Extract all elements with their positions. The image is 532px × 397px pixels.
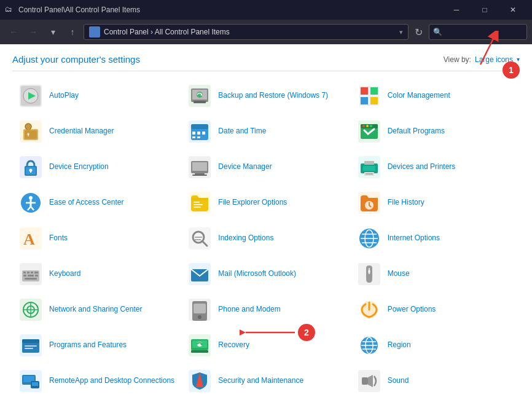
cp-item-devices-printers[interactable]: Devices and Printers [351,150,520,184]
cp-item-programs-features[interactable]: Programs and Features [12,328,181,363]
mouse-icon [357,262,381,286]
cp-item-file-history[interactable]: File History [351,186,520,220]
color-management-label: Color Management [388,91,450,101]
svg-rect-126 [362,377,368,385]
search-box[interactable]: 🔍 [429,24,527,40]
svg-rect-61 [194,204,203,205]
dropdown-button[interactable]: ▾ [44,23,61,41]
cp-item-default-programs[interactable]: Default Programs [351,114,520,149]
items-grid: AutoPlay Backup and Restore (Windows 7) … [12,79,520,397]
cp-item-mouse[interactable]: Mouse [351,257,520,291]
cp-item-recovery[interactable]: Recovery [181,328,350,363]
svg-rect-46 [192,175,207,176]
svg-rect-15 [370,97,378,104]
sound-icon [357,369,381,393]
page-title: Adjust your computer's settings [12,54,140,65]
security-maintenance-label: Security and Maintenance [218,376,303,386]
svg-rect-99 [194,304,206,313]
address-input[interactable]: Control Panel › All Control Panel Items … [84,24,409,40]
cp-item-credential-manager[interactable]: Credential Manager [12,114,181,149]
remoteapp-icon [18,369,43,393]
window-controls: ─ □ ✕ [442,0,527,20]
svg-point-91 [368,270,370,273]
up-button[interactable]: ↑ [64,23,81,41]
svg-point-34 [362,125,365,127]
keyboard-icon [18,262,43,286]
cp-item-indexing-options[interactable]: Indexing Options [181,221,350,256]
cp-item-fonts[interactable]: A Fonts [12,221,181,256]
svg-rect-82 [34,272,38,273]
app-window: 🗂 Control Panel\All Control Panel Items … [0,0,532,397]
cp-item-remoteapp[interactable]: RemoteApp and Desktop Connections [12,364,181,397]
cp-item-sound[interactable]: Sound [351,364,520,397]
svg-rect-49 [363,166,375,171]
cp-item-security-maintenance[interactable]: Security and Maintenance [181,364,350,397]
credential-manager-icon [18,119,43,144]
svg-rect-13 [370,87,378,95]
backup-restore-label: Backup and Restore (Windows 7) [218,91,328,101]
ease-access-icon [18,191,43,215]
date-time-icon [187,119,212,144]
file-history-icon [357,191,381,215]
cp-item-keyboard[interactable]: Keyboard [12,257,181,291]
refresh-button[interactable]: ↻ [411,26,426,38]
cp-item-device-encryption[interactable]: Device Encryption [12,150,181,184]
cp-item-autoplay[interactable]: AutoPlay [12,79,181,113]
cp-item-device-manager[interactable]: Device Manager [181,150,350,184]
view-by-label: View by: [444,55,471,64]
address-chevron[interactable]: ▾ [399,28,403,36]
remoteapp-label: RemoteApp and Desktop Connections [49,376,174,386]
window-icon: 🗂 [5,5,15,15]
svg-rect-50 [364,161,374,165]
view-by-chevron[interactable]: ▾ [517,56,520,63]
svg-rect-83 [23,275,26,277]
svg-rect-52 [366,173,373,175]
view-by-value[interactable]: Large icons [475,55,513,64]
svg-point-36 [370,125,372,127]
svg-rect-7 [194,101,206,103]
title-bar: 🗂 Control Panel\All Control Panel Items … [0,0,532,20]
sound-label: Sound [388,376,409,386]
indexing-options-icon [187,226,212,251]
svg-text:A: A [23,230,35,248]
svg-rect-12 [361,87,368,95]
color-management-icon [357,84,381,108]
cp-item-mail[interactable]: Mail (Microsoft Outlook) [181,257,350,291]
recovery-label: Recovery [218,340,249,350]
fonts-icon: A [18,226,43,251]
svg-rect-44 [192,162,207,171]
cp-item-phone-modem[interactable]: Phone and Modem [181,293,350,327]
programs-features-label: Programs and Features [49,340,127,350]
back-button[interactable]: ← [5,23,22,41]
svg-rect-62 [194,206,201,208]
autoplay-icon [18,84,43,108]
forward-button[interactable]: → [25,23,42,41]
cp-item-power-options[interactable]: Power Options [351,293,520,327]
header-row: Adjust your computer's settings View by:… [12,54,520,71]
cp-item-date-time[interactable]: Date and Time [181,114,350,149]
address-icon [89,26,100,37]
close-button[interactable]: ✕ [499,0,527,20]
cp-item-network-sharing[interactable]: Network and Sharing Center [12,293,181,327]
maximize-button[interactable]: □ [471,0,499,20]
svg-rect-27 [197,132,200,135]
phone-modem-icon [187,297,212,322]
ease-access-label: Ease of Access Center [49,198,123,208]
svg-rect-28 [202,132,205,135]
mail-icon [187,262,212,286]
svg-rect-30 [197,136,200,138]
cp-item-region[interactable]: Region [351,328,520,363]
region-label: Region [388,340,411,350]
svg-rect-104 [22,339,39,343]
device-encryption-icon [18,155,43,179]
cp-item-internet-options[interactable]: Internet Options [351,221,520,256]
svg-rect-79 [23,272,26,273]
default-programs-icon [357,119,381,144]
network-sharing-icon [18,297,43,322]
cp-item-ease-access[interactable]: Ease of Access Center [12,186,181,220]
cp-item-backup-restore[interactable]: Backup and Restore (Windows 7) [181,79,350,113]
credential-manager-label: Credential Manager [49,127,114,136]
cp-item-color-management[interactable]: Color Management [351,79,520,113]
cp-item-file-explorer[interactable]: File Explorer Options [181,186,350,220]
minimize-button[interactable]: ─ [442,0,471,20]
